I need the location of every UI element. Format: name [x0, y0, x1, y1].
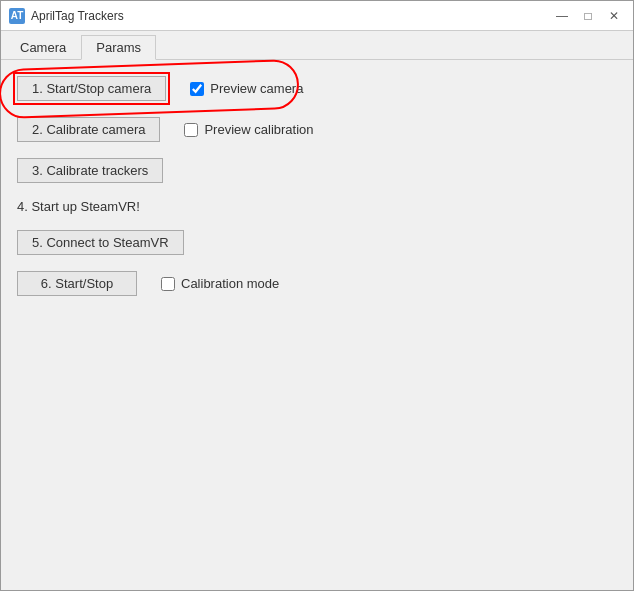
- title-bar-controls: — □ ✕: [551, 6, 625, 26]
- row-start-stop-6: 6. Start/Stop Calibration mode: [17, 271, 617, 296]
- content-area: 1. Start/Stop camera Preview camera 2. C…: [1, 60, 633, 590]
- window-title: AprilTag Trackers: [31, 9, 124, 23]
- row-calibrate-camera: 2. Calibrate camera Preview calibration: [17, 117, 617, 142]
- calibrate-trackers-button[interactable]: 3. Calibrate trackers: [17, 158, 163, 183]
- preview-camera-group: 1. Start/Stop camera Preview camera: [17, 76, 303, 101]
- title-bar: AT AprilTag Trackers — □ ✕: [1, 1, 633, 31]
- preview-camera-checkbox-label[interactable]: Preview camera: [190, 81, 303, 96]
- maximize-button[interactable]: □: [577, 6, 599, 26]
- app-icon: AT: [9, 8, 25, 24]
- tab-camera[interactable]: Camera: [5, 35, 81, 59]
- start-stop-camera-button[interactable]: 1. Start/Stop camera: [17, 76, 166, 101]
- tab-bar: Camera Params: [1, 31, 633, 60]
- row-calibrate-trackers: 3. Calibrate trackers: [17, 158, 617, 183]
- preview-calibration-checkbox-label[interactable]: Preview calibration: [184, 122, 313, 137]
- minimize-button[interactable]: —: [551, 6, 573, 26]
- start-stop-button[interactable]: 6. Start/Stop: [17, 271, 137, 296]
- close-button[interactable]: ✕: [603, 6, 625, 26]
- row-connect-steamvr: 5. Connect to SteamVR: [17, 230, 617, 255]
- connect-steamvr-button[interactable]: 5. Connect to SteamVR: [17, 230, 184, 255]
- calibrate-camera-button[interactable]: 2. Calibrate camera: [17, 117, 160, 142]
- preview-camera-checkbox[interactable]: [190, 82, 204, 96]
- steamvr-label: 4. Start up SteamVR!: [17, 199, 140, 214]
- main-window: AT AprilTag Trackers — □ ✕ Camera Params…: [0, 0, 634, 591]
- preview-calibration-checkbox[interactable]: [184, 123, 198, 137]
- title-bar-left: AT AprilTag Trackers: [9, 8, 124, 24]
- calibration-mode-checkbox-label[interactable]: Calibration mode: [161, 276, 279, 291]
- tab-params[interactable]: Params: [81, 35, 156, 60]
- row-steamvr-label: 4. Start up SteamVR!: [17, 199, 617, 214]
- calibration-mode-checkbox[interactable]: [161, 277, 175, 291]
- row-start-stop: 1. Start/Stop camera Preview camera: [17, 76, 617, 101]
